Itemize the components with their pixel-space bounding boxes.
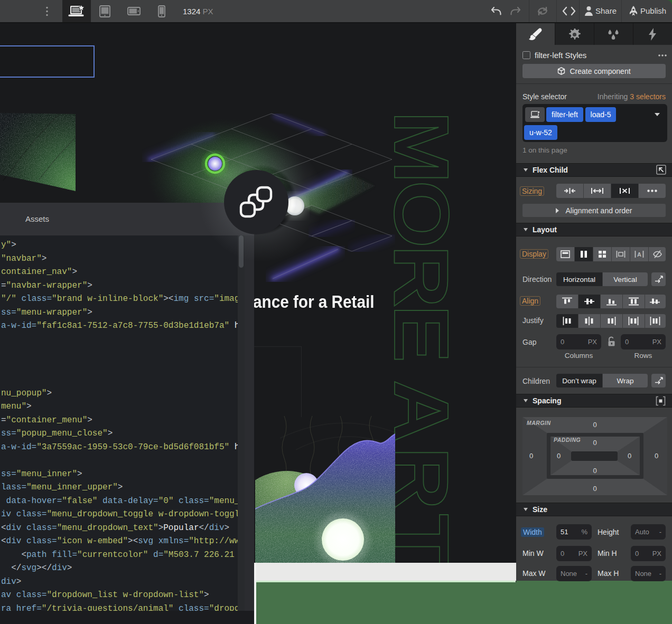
svg-text:A: A <box>637 251 641 258</box>
